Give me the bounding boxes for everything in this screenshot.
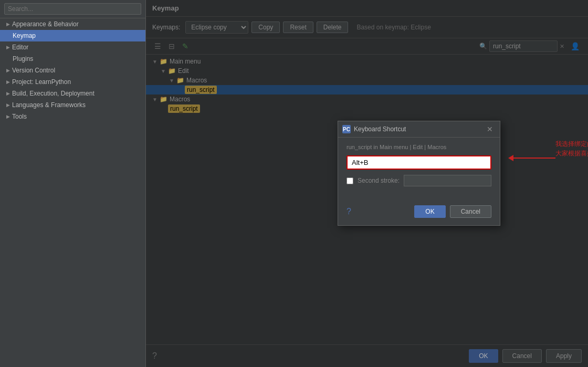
dialog-cancel-button[interactable]: Cancel xyxy=(450,205,491,218)
second-stroke-input[interactable] xyxy=(404,175,491,186)
arrow-icon: ▶ xyxy=(6,79,10,85)
sidebar-item-languages[interactable]: ▶ Languages & Frameworks xyxy=(0,99,145,111)
dialog-path: run_script in Main menu | Edit | Macros xyxy=(346,144,491,150)
sidebar-item-keymap[interactable]: Keymap xyxy=(0,30,145,41)
dialog-body: run_script in Main menu | Edit | Macros … xyxy=(338,138,500,201)
main-content: Keymap Keymaps: Eclipse copy Copy Reset … xyxy=(146,0,588,367)
second-stroke-label: Second stroke: xyxy=(358,177,400,184)
dialog-footer: ? OK Cancel xyxy=(338,201,500,225)
sidebar: ▶ Appearance & Behavior Keymap ▶ Editor … xyxy=(0,0,146,367)
sidebar-item-label: Appearance & Behavior xyxy=(12,20,141,28)
dialog-titlebar: PC Keyboard Shortcut ✕ xyxy=(338,121,500,138)
arrow-icon: ▶ xyxy=(6,91,10,96)
dialog-title-text: Keyboard Shortcut xyxy=(354,125,484,133)
sidebar-item-label: Plugins xyxy=(13,55,141,62)
sidebar-items-list: ▶ Appearance & Behavior Keymap ▶ Editor … xyxy=(0,18,145,367)
sidebar-search-area xyxy=(0,0,145,18)
sidebar-search-input[interactable] xyxy=(4,3,141,15)
modal-overlay: PC Keyboard Shortcut ✕ run_script in Mai… xyxy=(146,0,588,367)
sidebar-item-build[interactable]: ▶ Build, Execution, Deployment xyxy=(0,88,145,99)
sidebar-item-label: Languages & Frameworks xyxy=(12,101,141,109)
content-area: ▶ Appearance & Behavior Keymap ▶ Editor … xyxy=(0,0,588,367)
keyboard-shortcut-dialog: PC Keyboard Shortcut ✕ run_script in Mai… xyxy=(338,121,500,226)
arrow-icon: ▶ xyxy=(6,114,10,119)
dialog-title-icon: PC xyxy=(342,125,351,133)
sidebar-item-plugins[interactable]: Plugins xyxy=(0,53,145,65)
sidebar-item-tools[interactable]: ▶ Tools xyxy=(0,111,145,122)
sidebar-item-project[interactable]: ▶ Project: LearnPython xyxy=(0,76,145,88)
arrow-icon: ▶ xyxy=(6,22,10,27)
arrow-icon: ▶ xyxy=(6,45,10,50)
second-stroke-checkbox[interactable] xyxy=(346,177,353,184)
main-container: ▶ Appearance & Behavior Keymap ▶ Editor … xyxy=(0,0,588,367)
sidebar-item-appearance[interactable]: ▶ Appearance & Behavior xyxy=(0,18,145,30)
sidebar-item-label: Build, Execution, Deployment xyxy=(12,90,141,97)
second-stroke-row: Second stroke: xyxy=(346,175,491,186)
sidebar-item-label: Project: LearnPython xyxy=(12,78,141,86)
sidebar-item-editor[interactable]: ▶ Editor xyxy=(0,41,145,53)
dialog-help-icon[interactable]: ? xyxy=(346,207,351,216)
sidebar-item-label: Tools xyxy=(12,113,141,120)
sidebar-item-label: Keymap xyxy=(13,32,141,39)
sidebar-item-label: Editor xyxy=(12,44,141,51)
sidebar-item-label: Version Control xyxy=(12,67,141,74)
dialog-ok-button[interactable]: OK xyxy=(414,205,445,218)
arrow-icon: ▶ xyxy=(6,68,10,73)
shortcut-input[interactable] xyxy=(346,155,491,170)
sidebar-item-version-control[interactable]: ▶ Version Control xyxy=(0,65,145,76)
arrow-icon: ▶ xyxy=(6,102,10,108)
dialog-close-button[interactable]: ✕ xyxy=(484,123,496,135)
